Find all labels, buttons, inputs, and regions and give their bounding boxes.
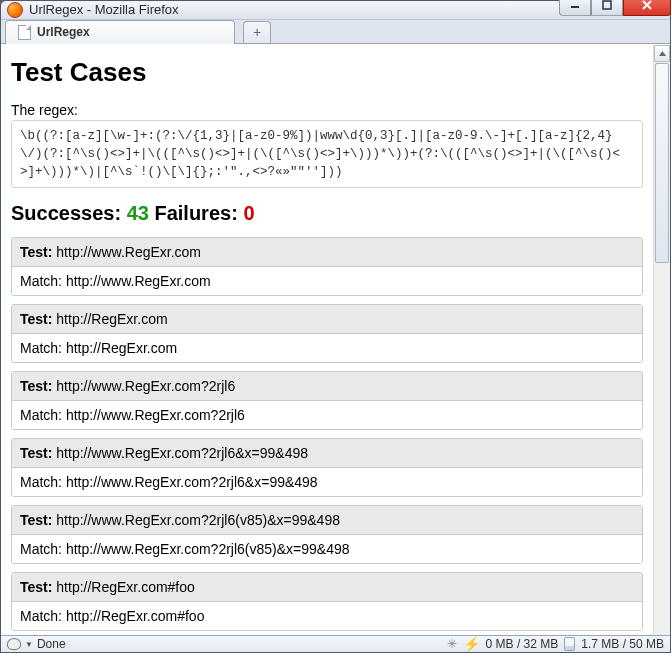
- match-row: Match: http://RegExr.com: [12, 334, 642, 362]
- window-controls: [559, 0, 671, 16]
- memory-js: 0 MB / 32 MB: [486, 637, 559, 651]
- match-value: http://RegExr.com: [66, 340, 177, 356]
- scrollbar-thumb[interactable]: [655, 63, 669, 263]
- sparkle-icon: ✳: [447, 637, 457, 651]
- test-label: Test:: [20, 445, 52, 461]
- svg-rect-1: [603, 1, 611, 9]
- successes-count: 43: [127, 202, 149, 224]
- test-value: http://RegExr.com: [56, 311, 167, 327]
- match-value: http://RegExr.com#foo: [66, 608, 205, 624]
- match-label: Match:: [20, 474, 62, 490]
- firefox-icon: [7, 2, 23, 18]
- test-label: Test:: [20, 378, 52, 394]
- failures-label: Failures:: [154, 202, 237, 224]
- page-icon: [18, 25, 31, 40]
- results-summary: Successes: 43 Failures: 0: [11, 202, 643, 225]
- test-case: Test: http://www.RegExr.com?2rjl6Match: …: [11, 371, 643, 430]
- scroll-up-button[interactable]: [654, 45, 670, 62]
- test-row: Test: http://www.RegExr.com?2rjl6: [12, 372, 642, 401]
- close-button[interactable]: [623, 0, 671, 16]
- test-row: Test: http://RegExr.com: [12, 305, 642, 334]
- test-label: Test:: [20, 311, 52, 327]
- firebug-icon[interactable]: [7, 638, 21, 650]
- dropdown-icon[interactable]: ▼: [25, 640, 33, 649]
- test-value: http://www.RegExr.com: [56, 244, 201, 260]
- tab-label: UrlRegex: [37, 25, 90, 39]
- test-case: Test: http://RegExr.comMatch: http://Reg…: [11, 304, 643, 363]
- svg-rect-0: [571, 6, 579, 8]
- match-row: Match: http://www.RegExr.com?2rjl6(v85)&…: [12, 535, 642, 563]
- maximize-button[interactable]: [591, 0, 623, 16]
- test-value: http://www.RegExr.com?2rjl6: [56, 378, 235, 394]
- vertical-scrollbar[interactable]: [653, 45, 670, 635]
- firefox-window: UrlRegex - Mozilla Firefox UrlRegex + Te…: [0, 0, 671, 653]
- match-row: Match: http://www.RegExr.com?2rjl6&x=99&…: [12, 468, 642, 496]
- regex-label: The regex:: [11, 102, 643, 118]
- test-case-list: Test: http://www.RegExr.comMatch: http:/…: [11, 237, 643, 635]
- status-message: Done: [37, 637, 66, 651]
- match-value: http://www.RegExr.com?2rjl6&x=99&498: [66, 474, 318, 490]
- test-row: Test: http://www.RegExr.com: [12, 238, 642, 267]
- test-label: Test:: [20, 244, 52, 260]
- tab-urlregex[interactable]: UrlRegex: [5, 20, 235, 44]
- match-label: Match:: [20, 273, 62, 289]
- page-title: Test Cases: [11, 57, 643, 88]
- match-label: Match:: [20, 541, 62, 557]
- test-value: http://www.RegExr.com?2rjl6(v85)&x=99&49…: [56, 512, 340, 528]
- match-label: Match:: [20, 340, 62, 356]
- successes-label: Successes:: [11, 202, 121, 224]
- window-title: UrlRegex - Mozilla Firefox: [29, 2, 179, 17]
- test-value: http://RegExr.com#foo: [56, 579, 195, 595]
- match-value: http://www.RegExr.com?2rjl6(v85)&x=99&49…: [66, 541, 350, 557]
- regex-box: \b((?:[a-z][\w-]+:(?:\/{1,3}|[a-z0-9%])|…: [11, 120, 643, 188]
- test-case: Test: http://www.RegExr.comMatch: http:/…: [11, 237, 643, 296]
- test-case: Test: http://RegExr.com#fooMatch: http:/…: [11, 572, 643, 631]
- test-case: Test: http://www.RegExr.com?2rjl6(v85)&x…: [11, 505, 643, 564]
- page-viewport[interactable]: Test Cases The regex: \b((?:[a-z][\w-]+:…: [1, 45, 653, 635]
- match-label: Match:: [20, 407, 62, 423]
- test-label: Test:: [20, 512, 52, 528]
- new-tab-button[interactable]: +: [243, 21, 271, 43]
- memory-total: 1.7 MB / 50 MB: [581, 637, 664, 651]
- match-value: http://www.RegExr.com: [66, 273, 211, 289]
- status-bar: ▼ Done ✳ ⚡ 0 MB / 32 MB 1.7 MB / 50 MB: [1, 635, 670, 652]
- match-row: Match: http://www.RegExr.com?2rjl6: [12, 401, 642, 429]
- test-case: Test: http://www.RegExr.com?2rjl6&x=99&4…: [11, 438, 643, 497]
- test-value: http://www.RegExr.com?2rjl6&x=99&498: [56, 445, 308, 461]
- memory-meter-icon: [564, 637, 575, 651]
- match-row: Match: http://RegExr.com#foo: [12, 602, 642, 630]
- match-label: Match:: [20, 608, 62, 624]
- test-label: Test:: [20, 579, 52, 595]
- failures-count: 0: [243, 202, 254, 224]
- test-row: Test: http://RegExr.com#foo: [12, 573, 642, 602]
- match-row: Match: http://www.RegExr.com: [12, 267, 642, 295]
- lightning-icon[interactable]: ⚡: [463, 636, 480, 652]
- match-value: http://www.RegExr.com?2rjl6: [66, 407, 245, 423]
- minimize-button[interactable]: [559, 0, 591, 16]
- test-row: Test: http://www.RegExr.com?2rjl6(v85)&x…: [12, 506, 642, 535]
- test-row: Test: http://www.RegExr.com?2rjl6&x=99&4…: [12, 439, 642, 468]
- tab-strip: UrlRegex +: [1, 19, 670, 44]
- window-titlebar[interactable]: UrlRegex - Mozilla Firefox: [1, 1, 670, 19]
